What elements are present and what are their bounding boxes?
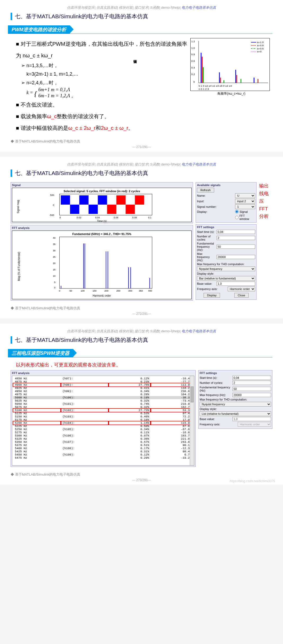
display-style-select[interactable]: List (relative to fundamental) — [200, 411, 271, 416]
bullet-2: 不含低次谐波。 — [16, 99, 188, 111]
watermark: https://blog.csdn.net/tichimi3375 — [230, 479, 275, 483]
table-row: 4900 Hz(h98):27.75%113.9° — [13, 383, 193, 387]
svg-text:150: 150 — [93, 289, 97, 292]
svg-rect-16 — [236, 75, 237, 83]
table-row: 5150 Hz(h103):0.46%72.2° — [13, 415, 193, 418]
harmonic-list[interactable]: 4850 Hz(h97):0.12%-10.4°4875 Hz0.23%-77.… — [12, 376, 194, 466]
fft-plot: Fundamental (50Hz) = 346.2 , THD= 91.75% — [12, 231, 192, 299]
svg-text:300: 300 — [128, 289, 132, 292]
freq-axis-select[interactable]: Harmonic order — [228, 287, 255, 291]
svg-text:a=0.8: a=0.8 — [257, 44, 264, 47]
sub-banner: 三相电压源型SPWM逆变器 — [8, 349, 73, 357]
svg-text:0.02: 0.02 — [77, 216, 82, 219]
svg-rect-50 — [61, 286, 61, 288]
svg-text:0.8: 0.8 — [191, 53, 195, 56]
svg-rect-57 — [150, 278, 150, 288]
harmonic-chart: 1.2 1.0 0.8 0.6 0.4 0.2 0 — [190, 38, 272, 134]
svg-text:k  1        0 ±2 ±4    ±1 ±3 ±: k 1 0 ±2 ±4 ±1 ±3 ±5 0 ±2 ±4 — [199, 84, 232, 87]
signal-plot: Selected signal: 5 cycles. FFT window (i… — [12, 188, 192, 222]
start-time-input[interactable] — [217, 230, 255, 234]
name-select[interactable]: U — [235, 193, 255, 198]
svg-text:25: 25 — [53, 256, 56, 258]
svg-rect-37 — [116, 195, 126, 205]
svg-rect-31 — [61, 195, 70, 205]
svg-text:400: 400 — [148, 289, 152, 292]
svg-rect-53 — [106, 251, 106, 288]
display-style-select[interactable]: Bar (relative to fundamental) — [197, 276, 255, 281]
fund-freq-input[interactable] — [217, 245, 255, 249]
slide-271: 仿真环境与模型库| 仿真实践基础| 模块封装| 接口技术| S函数| demo与… — [0, 0, 283, 151]
svg-rect-51 — [83, 243, 84, 288]
thd-select[interactable]: Nyquist frequency — [200, 402, 271, 407]
sub-bullet-1: n=1,3,5,…时， k=3(2m-1) ± 1, m=1,2,… — [21, 61, 188, 79]
max-freq-input[interactable] — [232, 393, 271, 397]
svg-text:-500: -500 — [50, 214, 54, 217]
svg-rect-35 — [98, 195, 107, 205]
legend: a=1.0 a=0.8 a=0.5 a=0 — [251, 41, 264, 53]
fund-freq-input[interactable] — [232, 387, 271, 391]
fft-analysis-list-panel: FFT analysis 4850 Hz(h97):0.12%-10.4°487… — [11, 370, 196, 467]
slide-273: 仿真环境与模型库| 仿真实践基础| 模块封装| 接口技术| S函数| demo与… — [0, 324, 283, 485]
svg-text:20: 20 — [53, 262, 56, 265]
signum-select[interactable]: 1 — [235, 204, 255, 209]
scrollbar[interactable] — [190, 376, 194, 465]
table-row: 5100 Hz(h102):27.73%53.3° — [13, 409, 193, 412]
chart-xlabel: 角频率(nω_c+kω_r) — [217, 92, 245, 95]
refresh-button[interactable]: Refresh — [197, 188, 214, 192]
close-button[interactable]: Close — [234, 293, 249, 298]
table-row: 5125 Hz0.53%97.4° — [13, 412, 193, 415]
svg-text:350: 350 — [139, 289, 143, 292]
table-row: 4925 Hz0.41%118.2° — [13, 387, 193, 390]
svg-text:500: 500 — [50, 194, 54, 196]
svg-text:a=0.5: a=0.5 — [257, 47, 264, 50]
harmonic-table: 4850 Hz(h97):0.12%-10.4°4875 Hz0.23%-77.… — [13, 377, 193, 459]
svg-text:5: 5 — [54, 281, 56, 284]
nav-grey: 仿真环境与模型库| 仿真实践基础| 模块封装| 接口技术| S函数| demo与… — [67, 6, 181, 10]
svg-text:1.2: 1.2 — [191, 40, 195, 43]
table-row: 5450 Hz(h109):0.12%6.7° — [13, 453, 193, 456]
top-nav: 仿真环境与模型库| 仿真实践基础| 模块封装| 接口技术| S函数| demo与… — [11, 162, 272, 167]
svg-rect-17 — [241, 79, 241, 83]
svg-rect-52 — [85, 243, 85, 288]
table-row: 5175 Hz0.18%17.0° — [13, 418, 193, 421]
display-button[interactable]: Display — [204, 293, 220, 298]
top-nav: 仿真环境与模型库| 仿真实践基础| 模块封装| 接口技术| S函数| demo与… — [11, 329, 272, 334]
table-row: 5200 Hz(h104):1.14%115.9° — [13, 421, 193, 425]
table-row: 5075 Hz0.32%162.7° — [13, 406, 193, 409]
svg-rect-54 — [108, 251, 108, 288]
svg-rect-32 — [70, 205, 79, 214]
start-time-input[interactable] — [232, 376, 271, 380]
svg-text:200: 200 — [105, 289, 109, 292]
table-row: 5250 Hz(h105):0.34%-67.8° — [13, 428, 193, 431]
svg-rect-18 — [254, 78, 254, 83]
input-select[interactable]: input 2 — [235, 199, 255, 204]
svg-text:a=1.0: a=1.0 — [257, 41, 264, 44]
page-no: — 272/291— — [11, 312, 272, 316]
svg-rect-56 — [131, 267, 131, 288]
base-value-input[interactable] — [217, 282, 255, 286]
bullet-4: 谐波中幅值较高的是ω_c ± 2ω_r和2ω_c ± ω_r。 — [16, 122, 188, 134]
svg-rect-14 — [223, 80, 224, 83]
radio-fft[interactable] — [235, 216, 239, 219]
max-freq-input[interactable] — [217, 255, 255, 259]
svg-text:0: 0 — [59, 289, 60, 292]
fft-analysis-panel: FFT analysis Fundamental (50Hz) = 346.2 … — [11, 225, 193, 301]
svg-text:0.06: 0.06 — [114, 216, 119, 219]
radio-signal[interactable] — [235, 210, 239, 213]
table-row: 5225 Hz0.50%87.8° — [13, 425, 193, 428]
scrollbar-thumb[interactable] — [191, 387, 194, 402]
svg-text:250: 250 — [116, 289, 120, 292]
svg-rect-36 — [107, 205, 116, 214]
svg-text:10: 10 — [53, 275, 56, 277]
num-cycles-input[interactable] — [232, 381, 271, 385]
table-row: 5325 Hz0.36%221.8° — [13, 437, 193, 440]
svg-text:0: 0 — [193, 80, 195, 83]
num-cycles-input[interactable] — [217, 236, 255, 240]
svg-text:0.6: 0.6 — [191, 59, 195, 62]
footer: 基于MATLAB/Simulink的电力电子电路仿真 — [11, 306, 272, 311]
footer: 基于MATLAB/Simulink的电力电子电路仿真 — [11, 139, 272, 144]
bullet-3: 载波角频率ω_c整数倍的谐波没有了。 — [16, 111, 188, 122]
svg-text:n    0            1           : n 0 1 2 3 — [199, 88, 209, 90]
svg-text:a=0: a=0 — [257, 50, 262, 53]
thd-select[interactable]: Nyquist frequency — [197, 266, 255, 271]
